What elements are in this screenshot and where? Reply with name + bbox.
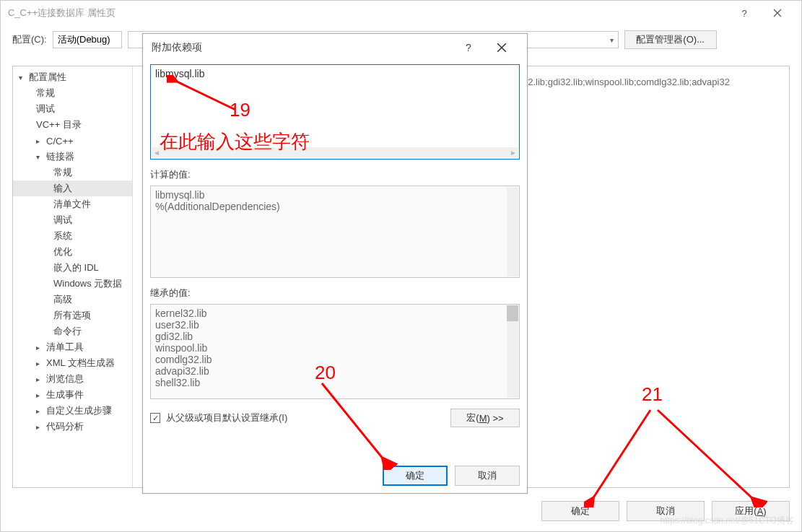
main-help-button[interactable]: ? xyxy=(728,1,761,25)
modal-titlebar: 附加依赖项 ? xyxy=(143,34,527,61)
tree-item[interactable]: ▸生成事件 xyxy=(13,387,132,403)
config-manager-button[interactable]: 配置管理器(O)... xyxy=(624,30,717,49)
tree-item-label: 清单文件 xyxy=(53,198,91,211)
deps-input-value: libmysql.lib xyxy=(155,68,204,79)
tree-item[interactable]: 输入 xyxy=(13,180,132,196)
triangle-right-icon: ▸ xyxy=(36,359,45,367)
tree-item-label: 调试 xyxy=(36,103,55,115)
triangle-right-icon: ▸ xyxy=(36,391,45,399)
tree-item-label: 自定义生成步骤 xyxy=(46,404,112,417)
modal-footer: 确定 取消 xyxy=(143,458,527,493)
tree-item[interactable]: VC++ 目录 xyxy=(13,117,132,133)
tree-item-label: C/C++ xyxy=(46,136,74,147)
inherited-value-line: comdlg32.lib xyxy=(155,354,515,365)
tree-item[interactable]: 命令行 xyxy=(13,323,132,339)
inherited-value-line: winspool.lib xyxy=(155,342,515,354)
tree-item-label: 系统 xyxy=(53,230,72,243)
deps-input[interactable]: libmysql.lib ◄► xyxy=(150,64,520,160)
inherit-checkbox-row: ✓ 从父级或项目默认设置继承(I) 宏(M) >> xyxy=(150,404,520,432)
tree-item-label: 代码分析 xyxy=(46,420,84,433)
triangle-right-icon: ▸ xyxy=(36,137,45,145)
computed-value-line: libmysql.lib xyxy=(155,189,515,201)
modal-title: 附加依赖项 xyxy=(152,41,452,54)
tree-item[interactable]: 优化 xyxy=(13,244,132,260)
tree-item[interactable]: 清单文件 xyxy=(13,196,132,212)
h-scrollbar[interactable]: ◄► xyxy=(152,147,518,158)
tree-item[interactable]: Windows 元数据 xyxy=(13,276,132,292)
tree-item[interactable]: ▸XML 文档生成器 xyxy=(13,355,132,371)
config-tree[interactable]: ▾配置属性常规调试VC++ 目录▸C/C++▾链接器常规输入清单文件调试系统优化… xyxy=(13,66,133,487)
main-close-button[interactable] xyxy=(761,1,794,25)
inherited-value-line: kernel32.lib xyxy=(155,308,515,319)
macro-button[interactable]: 宏(M) >> xyxy=(450,409,520,427)
inherited-value-line: shell32.lib xyxy=(155,377,515,388)
tree-item[interactable]: 调试 xyxy=(13,101,132,117)
triangle-right-icon: ▸ xyxy=(36,407,45,415)
config-combo[interactable]: 活动(Debug) xyxy=(53,31,122,48)
triangle-right-icon: ▸ xyxy=(36,423,45,431)
tree-item[interactable]: ▸浏览信息 xyxy=(13,371,132,387)
tree-item[interactable]: ▾配置属性 xyxy=(13,69,132,85)
tree-item-label: 优化 xyxy=(53,245,72,258)
tree-item[interactable]: 高级 xyxy=(13,292,132,308)
triangle-right-icon: ▸ xyxy=(36,344,45,352)
tree-item[interactable]: ▸清单工具 xyxy=(13,339,132,355)
computed-values-box: libmysql.lib%(AdditionalDependencies) xyxy=(150,186,520,278)
tree-item[interactable]: ▾链接器 xyxy=(13,149,132,165)
tree-item-label: 清单工具 xyxy=(46,341,84,354)
modal-cancel-button[interactable]: 取消 xyxy=(455,466,520,486)
modal-ok-button[interactable]: 确定 xyxy=(383,466,448,486)
tree-item-label: 所有选项 xyxy=(53,309,91,322)
close-icon xyxy=(497,43,507,53)
inherited-values-box: kernel32.libuser32.libgdi32.libwinspool.… xyxy=(150,304,520,399)
tree-item-label: 链接器 xyxy=(46,150,74,163)
tree-item-label: 命令行 xyxy=(53,325,82,338)
tree-item-label: 浏览信息 xyxy=(46,372,84,385)
v-scrollbar[interactable] xyxy=(507,305,518,398)
main-ok-button[interactable]: 确定 xyxy=(541,501,619,521)
chevron-down-icon: ▾ xyxy=(610,36,614,44)
inherited-value-line: user32.lib xyxy=(155,319,515,331)
modal-help-button[interactable]: ? xyxy=(452,36,485,59)
tree-item-label: VC++ 目录 xyxy=(36,118,82,131)
triangle-down-icon: ▾ xyxy=(19,74,27,82)
close-icon xyxy=(773,9,782,17)
modal-close-button[interactable] xyxy=(485,36,518,59)
additional-deps-dialog: 附加依赖项 ? libmysql.lib ◄► 计算的值: libmysql.l… xyxy=(142,33,528,494)
tree-item[interactable]: 调试 xyxy=(13,212,132,228)
watermark: https://blog.csdn.net/@51CTO博客 xyxy=(661,515,794,527)
triangle-right-icon: ▸ xyxy=(36,375,45,383)
config-combo-value: 活动(Debug) xyxy=(58,33,117,46)
tree-item[interactable]: ▸代码分析 xyxy=(13,419,132,435)
tree-item[interactable]: 常规 xyxy=(13,85,132,101)
tree-item-label: Windows 元数据 xyxy=(53,277,122,290)
tree-item-label: 生成事件 xyxy=(46,388,84,401)
computed-value-line: %(AdditionalDependencies) xyxy=(155,201,515,212)
tree-item-label: 配置属性 xyxy=(29,71,66,84)
inherited-value-line: gdi32.lib xyxy=(155,331,515,342)
modal-body: libmysql.lib ◄► 计算的值: libmysql.lib%(Addi… xyxy=(143,61,527,458)
tree-item-label: 常规 xyxy=(53,166,72,179)
triangle-down-icon: ▾ xyxy=(36,153,45,161)
tree-item-label: 输入 xyxy=(53,182,72,195)
inherited-value-line: advapi32.lib xyxy=(155,365,515,377)
tree-item[interactable]: 系统 xyxy=(13,228,132,244)
tree-item-label: 常规 xyxy=(36,87,55,100)
tree-item[interactable]: 所有选项 xyxy=(13,308,132,323)
computed-label: 计算的值: xyxy=(150,168,520,181)
tree-item[interactable]: ▸自定义生成步骤 xyxy=(13,403,132,419)
tree-item-label: XML 文档生成器 xyxy=(46,357,115,370)
inherit-checkbox[interactable]: ✓ xyxy=(150,413,160,423)
tree-item[interactable]: 嵌入的 IDL xyxy=(13,260,132,276)
tree-item-label: 嵌入的 IDL xyxy=(53,261,99,274)
inherit-checkbox-label: 从父级或项目默认设置继承(I) xyxy=(166,411,445,424)
v-scrollbar[interactable] xyxy=(507,187,518,276)
tree-item-label: 高级 xyxy=(53,293,72,306)
inherited-label: 继承的值: xyxy=(150,287,520,300)
additional-deps-value: 32.lib;gdi32.lib;winspool.lib;comdlg32.l… xyxy=(523,77,730,87)
main-titlebar: C_C++连接数据库 属性页 ? xyxy=(1,1,801,25)
property-pages-window: C_C++连接数据库 属性页 ? 配置(C): 活动(Debug) ▾ 配置管理… xyxy=(0,0,802,532)
tree-item[interactable]: 常规 xyxy=(13,165,132,180)
tree-item[interactable]: ▸C/C++ xyxy=(13,133,132,149)
tree-item-label: 调试 xyxy=(53,214,72,227)
